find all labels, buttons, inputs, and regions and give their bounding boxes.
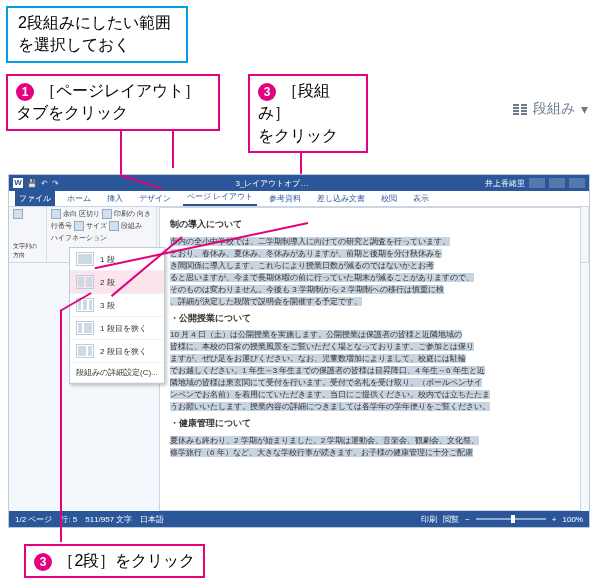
callout-text: ［2段］をクリック <box>58 552 195 569</box>
doc-line: 夏休みも終わり、2 学期が始まりました。2 学期は運動会、音楽会、観劇会、文化祭… <box>170 436 479 445</box>
columns-option-more[interactable]: 段組みの詳細設定(C)... <box>70 363 164 383</box>
columns-icon <box>513 104 527 115</box>
doc-line: 、詳細が決定した段階で説明会を開催する予定です。 <box>170 297 362 306</box>
minimize-button[interactable] <box>529 178 545 188</box>
tab-file[interactable]: ファイル <box>15 191 55 206</box>
columns-button[interactable]: 段組み <box>109 221 142 231</box>
zoom-in-button[interactable]: + <box>552 515 557 524</box>
tab-mailings[interactable]: 差し込み文書 <box>313 191 369 206</box>
tab-home[interactable]: ホーム <box>63 191 95 206</box>
window-title: 3_レイアウトオプ… <box>236 178 309 189</box>
zoom-out-button[interactable]: − <box>465 515 470 524</box>
qat-undo-icon[interactable]: ↶ <box>41 179 48 188</box>
pointer-line <box>172 128 174 168</box>
status-page[interactable]: 1/2 ページ <box>15 514 52 525</box>
heading-2: ・公開授業について <box>170 312 570 326</box>
caret-down-icon: ▾ <box>581 101 588 117</box>
ribbon-tabs: ファイル ホーム 挿入 デザイン ページ レイアウト 参考資料 差し込み文書 校… <box>9 191 589 207</box>
pointer-line <box>120 128 122 174</box>
orientation-button[interactable]: 印刷の 向き <box>102 209 151 219</box>
tab-insert[interactable]: 挿入 <box>103 191 127 206</box>
callout-text: 2段組みにしたい範囲 を選択しておく <box>18 14 171 53</box>
tab-review[interactable]: 校閲 <box>377 191 401 206</box>
pointer-line <box>60 310 62 542</box>
status-line[interactable]: 行: 5 <box>60 514 77 525</box>
doc-line: そのものは変わりません。今後も 3 学期制から 2 学期制への移行は慎重に検 <box>170 285 444 294</box>
columns-button-sample: 段組み ▾ <box>513 100 588 118</box>
heading-3: ・健康管理について <box>170 417 570 431</box>
status-words[interactable]: 511/957 文字 <box>85 514 132 525</box>
line-numbers-button[interactable]: 行番号 <box>51 221 72 231</box>
callout-text: ［ページレイアウト］ タブをクリック <box>16 82 200 121</box>
callout-columns: 3 ［段組み］ をクリック <box>248 74 368 153</box>
columns-option-right[interactable]: 2 段目を狭く <box>70 340 164 363</box>
doc-line: 10 月 4 日（土）は公開授業を実施します。公開授業は保護者の皆様と近隣地域の <box>170 330 462 339</box>
status-lang[interactable]: 日本語 <box>140 514 164 525</box>
doc-line: ますが、ぜひ足をお運びください。なお、児童数増加によりまして、校庭には駐輪 <box>170 354 466 363</box>
callout-two-columns: 3 ［2段］をクリック <box>24 544 205 578</box>
size-button[interactable]: サイズ <box>74 221 107 231</box>
zoom-slider[interactable] <box>476 518 546 520</box>
callout-page-layout-tab: 1 ［ページレイアウト］ タブをクリック <box>6 74 220 131</box>
document-area[interactable]: 制の導入について 市内の全小中学校では、二学期制導入に向けての研究と調査を行って… <box>159 207 581 511</box>
doc-line: ると思いますが、今まで長期休暇の前に行っていた期末が減ることがありますので、 <box>170 273 474 282</box>
hyphenation-button[interactable]: ハイフネーション <box>51 233 107 243</box>
doc-line: うお願いいたします。授業内容の詳細につきましては各学年の学年便りをご覧ください。 <box>170 402 490 411</box>
heading-1: 制の導入について <box>170 218 570 232</box>
doc-line: 皆様に、本校の日常の授業風景をご覧いただく場となっております。ご参加とは保り <box>170 342 474 351</box>
doc-line: とおり、春休み、夏休み、冬休みがありますが、前期と後期を分け秋休みを <box>170 249 442 258</box>
tab-design[interactable]: デザイン <box>135 191 175 206</box>
qat-redo-icon[interactable]: ↷ <box>52 179 59 188</box>
callout-number-3: 3 <box>34 553 52 571</box>
close-button[interactable] <box>569 178 585 188</box>
titlebar: W 💾 ↶ ↷ 3_レイアウトオプ… 井上香緒里 <box>9 175 589 191</box>
user-name: 井上香緒里 <box>485 178 525 189</box>
statusbar: 1/2 ページ 行: 5 511/957 文字 日本語 印刷 閲覧 − + 10… <box>9 511 589 527</box>
doc-line: ンペンでお名前）を着用にていただきます。当日にご提供ください。校内では立ちたたま <box>170 390 490 399</box>
word-window: W 💾 ↶ ↷ 3_レイアウトオプ… 井上香緒里 ファイル ホーム 挿入 デザイ… <box>8 174 590 528</box>
maximize-button[interactable] <box>549 178 565 188</box>
tab-references[interactable]: 参考資料 <box>265 191 305 206</box>
doc-line: でお越しください。1 年生～3 年生までの保護者の皆様は目昇降口、4 年生～6 … <box>170 366 485 375</box>
columns-dropdown: 1 段 2 段 3 段 1 段目を狭く 2 段目を狭く 段組みの詳細設定(C).… <box>69 247 165 384</box>
doc-line: き間関係に導入します。これらにより授業日数が減るのではないかとお考 <box>170 261 434 270</box>
margins-button[interactable]: 余白 <box>51 209 77 219</box>
zoom-level[interactable]: 100% <box>563 515 583 524</box>
columns-option-one[interactable]: 1 段 <box>70 248 164 271</box>
callout-select-range: 2段組みにしたい範囲 を選択しておく <box>6 6 188 63</box>
doc-line: 隣地域の皆様は東玄関にて受付を行います。受付で名札を受け取り、（ボールペンサイ <box>170 378 482 387</box>
tab-page-layout[interactable]: ページ レイアウト <box>183 189 257 206</box>
columns-option-left[interactable]: 1 段目を狭く <box>70 317 164 340</box>
view-read-icon[interactable]: 閲覧 <box>443 514 459 525</box>
qat-save-icon[interactable]: 💾 <box>27 179 37 188</box>
view-print-icon[interactable]: 印刷 <box>421 514 437 525</box>
breaks-button[interactable]: 区切り <box>79 209 100 219</box>
columns-button-label: 段組み <box>533 100 575 118</box>
callout-number-1: 1 <box>16 83 34 101</box>
tab-view[interactable]: 表示 <box>409 191 433 206</box>
doc-line: 修学旅行（6 年）など、大きな学校行事が続きます。お子様の健康管理に十分ご配慮 <box>170 448 473 457</box>
word-icon: W <box>13 178 23 188</box>
text-direction-icon[interactable] <box>13 209 23 219</box>
text-direction-label: 文字列の 方向 <box>13 242 42 260</box>
callout-number-2: 3 <box>258 83 276 101</box>
